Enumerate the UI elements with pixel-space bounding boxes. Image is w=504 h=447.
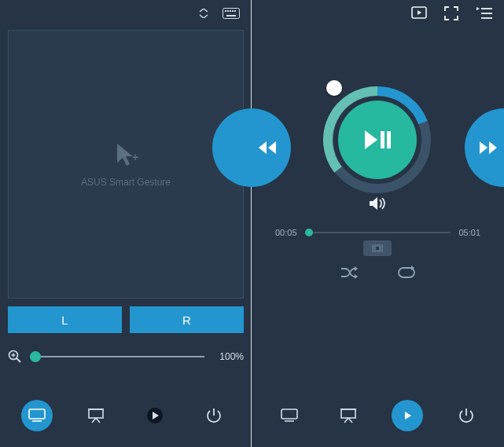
fullscreen-icon[interactable] — [444, 6, 458, 20]
nav-touchpad-button[interactable] — [274, 400, 305, 431]
nav-media-button[interactable] — [392, 400, 423, 431]
collapse-icon[interactable] — [199, 9, 208, 18]
volume-button[interactable] — [252, 196, 504, 211]
svg-rect-14 — [89, 409, 103, 418]
ring-scrub-thumb[interactable] — [326, 80, 342, 96]
svg-rect-2 — [227, 10, 229, 12]
zoom-slider[interactable] — [30, 356, 204, 357]
svg-line-16 — [92, 418, 96, 423]
svg-text:+: + — [132, 151, 138, 163]
playlist-icon[interactable] — [476, 7, 493, 20]
svg-rect-24 — [381, 131, 384, 148]
zoom-icon — [8, 350, 22, 364]
shuffle-button[interactable] — [340, 266, 358, 280]
nav-media-button[interactable] — [139, 400, 171, 431]
screen-icon[interactable] — [411, 6, 427, 20]
nav-power-button[interactable] — [451, 400, 482, 431]
svg-rect-31 — [341, 409, 355, 418]
svg-rect-5 — [234, 10, 236, 12]
svg-rect-6 — [226, 15, 236, 16]
time-duration: 05:01 — [458, 228, 480, 237]
right-bottom-nav — [252, 384, 504, 447]
progress-row: 00:05 05:01 — [275, 223, 480, 242]
mouse-buttons: L R — [8, 306, 244, 333]
svg-rect-29 — [281, 409, 297, 419]
zoom-row: 100% — [8, 346, 244, 368]
preview-label: ASUS Smart Gesture — [81, 177, 171, 188]
left-click-button[interactable]: L — [8, 306, 122, 333]
playback-mode-row — [252, 266, 504, 280]
nav-power-button[interactable] — [198, 400, 230, 431]
touchpad-preview[interactable]: + ASUS Smart Gesture — [8, 30, 244, 299]
progress-slider[interactable] — [305, 232, 451, 233]
svg-rect-4 — [232, 10, 234, 12]
play-pause-button[interactable] — [338, 101, 417, 179]
next-button[interactable] — [465, 108, 504, 187]
keyboard-icon[interactable] — [223, 8, 240, 19]
svg-line-9 — [17, 358, 20, 362]
nav-presentation-button[interactable] — [80, 400, 112, 431]
touchpad-panel: + ASUS Smart Gesture L R 100% — [0, 0, 252, 447]
player-area — [252, 38, 504, 195]
left-bottom-nav — [0, 384, 251, 447]
svg-line-34 — [348, 418, 352, 423]
time-elapsed: 00:05 — [275, 228, 297, 237]
repeat-button[interactable] — [397, 266, 416, 280]
nav-touchpad-button[interactable] — [21, 400, 53, 431]
svg-line-33 — [344, 418, 348, 423]
seek-preview — [363, 240, 392, 256]
svg-rect-0 — [223, 9, 240, 19]
previous-button[interactable] — [212, 108, 291, 187]
svg-rect-27 — [376, 247, 379, 250]
zoom-value: 100% — [212, 351, 244, 362]
svg-rect-12 — [29, 409, 45, 419]
svg-rect-1 — [225, 10, 226, 12]
zoom-slider-thumb[interactable] — [30, 351, 41, 362]
cursor-add-icon: + — [112, 141, 139, 167]
media-panel: 00:05 05:01 — [252, 0, 504, 447]
svg-rect-3 — [230, 10, 231, 12]
nav-presentation-button[interactable] — [333, 400, 364, 431]
right-click-button[interactable]: R — [130, 306, 244, 333]
progress-thumb[interactable] — [305, 229, 313, 236]
svg-rect-25 — [387, 131, 391, 148]
right-topbar — [252, 0, 504, 27]
left-topbar — [0, 0, 251, 27]
svg-line-17 — [96, 418, 100, 423]
